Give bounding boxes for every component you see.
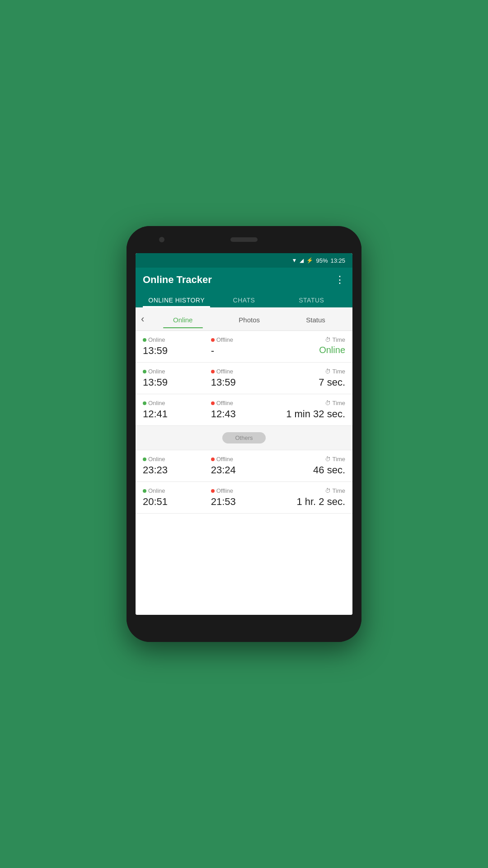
- time-header: ⏱ Time: [325, 400, 345, 406]
- offline-dot: [211, 401, 215, 405]
- offline-col: Offline 13:59: [211, 368, 277, 388]
- online-dot: [143, 458, 146, 461]
- offline-col: Offline 21:53: [211, 487, 277, 508]
- online-header: Online: [143, 400, 165, 406]
- time-col: ⏱ Time 1 min 32 sec.: [279, 400, 345, 420]
- online-col: Online 20:51: [143, 487, 209, 508]
- online-time-2: 13:59: [143, 377, 168, 388]
- sub-tabs: Online Photos Status: [150, 310, 349, 328]
- offline-time-1: -: [211, 345, 214, 357]
- camera: [159, 237, 164, 242]
- online-col: Online 13:59: [143, 336, 209, 357]
- offline-time-5: 21:53: [211, 496, 236, 508]
- tab-chats[interactable]: CHATS: [210, 292, 277, 307]
- table-row: Online 20:51 Offline 21:53 ⏱ Time: [136, 482, 352, 514]
- battery-text: 95%: [316, 257, 328, 264]
- time-col: ⏱ Time 1 hr. 2 sec.: [279, 487, 345, 508]
- main-tabs: Online history CHATS STATUS: [143, 292, 345, 307]
- duration-4: 46 sec.: [313, 464, 345, 476]
- clock-icon: ⏱: [325, 400, 331, 406]
- online-dot: [143, 338, 146, 342]
- offline-dot: [211, 458, 215, 461]
- offline-dot: [211, 370, 215, 373]
- phone-screen: ▼ ◢ ⚡ 95% 13:25 Online Tracker ⋮ Online …: [136, 253, 352, 615]
- online-header: Online: [143, 487, 165, 494]
- tab-online-history[interactable]: Online history: [143, 292, 210, 307]
- online-dot: [143, 401, 146, 405]
- time-header: ⏱ Time: [325, 487, 345, 494]
- table-row: Online 23:23 Offline 23:24 ⏱ Time: [136, 450, 352, 482]
- online-col: Online 12:41: [143, 400, 209, 420]
- online-header: Online: [143, 336, 165, 343]
- others-divider: Others: [136, 426, 352, 450]
- app-bar-top: Online Tracker ⋮: [143, 274, 345, 286]
- table-row: Online 13:59 Offline 13:59 ⏱ Time: [136, 363, 352, 394]
- time-col: ⏱ Time 46 sec.: [279, 456, 345, 476]
- others-badge: Others: [222, 432, 265, 443]
- sub-tab-status[interactable]: Status: [282, 310, 349, 328]
- table-row: Online 12:41 Offline 12:43 ⏱ Time: [136, 394, 352, 426]
- offline-dot: [211, 489, 215, 493]
- offline-time-3: 12:43: [211, 408, 236, 420]
- clock-icon: ⏱: [325, 336, 331, 343]
- status-icons: ▼ ◢ ⚡ 95% 13:25: [292, 257, 345, 264]
- offline-header: Offline: [211, 456, 233, 462]
- signal-icon: ◢: [300, 257, 304, 264]
- offline-dot: [211, 338, 215, 342]
- offline-time-2: 13:59: [211, 377, 236, 388]
- duration-3: 1 min 32 sec.: [286, 408, 345, 420]
- online-col: Online 13:59: [143, 368, 209, 388]
- bolt-icon: ⚡: [306, 257, 313, 264]
- offline-col: Offline 23:24: [211, 456, 277, 476]
- online-time-5: 20:51: [143, 496, 168, 508]
- offline-col: Offline -: [211, 336, 277, 357]
- time-header: ⏱ Time: [325, 456, 345, 462]
- online-col: Online 23:23: [143, 456, 209, 476]
- app-title: Online Tracker: [143, 274, 212, 286]
- online-header: Online: [143, 368, 165, 375]
- sub-tab-online[interactable]: Online: [150, 310, 216, 328]
- online-time-3: 12:41: [143, 408, 168, 420]
- offline-header: Offline: [211, 368, 233, 375]
- online-header: Online: [143, 456, 165, 462]
- wifi-icon: ▼: [292, 257, 297, 264]
- duration-2: 7 sec.: [319, 377, 345, 388]
- time-text: 13:25: [330, 257, 345, 264]
- app-bar: Online Tracker ⋮ Online history CHATS ST…: [136, 268, 352, 307]
- clock-icon: ⏱: [325, 368, 331, 375]
- time-header: ⏱ Time: [325, 336, 345, 343]
- phone-top-bar: [127, 226, 361, 253]
- duration-5: 1 hr. 2 sec.: [296, 496, 345, 508]
- more-icon[interactable]: ⋮: [335, 274, 345, 286]
- content-area: Online 13:59 Offline - ⏱ Time: [136, 331, 352, 615]
- sub-tab-photos[interactable]: Photos: [216, 310, 282, 328]
- online-time-1: 13:59: [143, 345, 168, 357]
- phone-bottom-bar: [127, 615, 361, 642]
- time-col: ⏱ Time 7 sec.: [279, 368, 345, 388]
- back-button[interactable]: ‹: [139, 311, 146, 327]
- offline-header: Offline: [211, 487, 233, 494]
- time-col: ⏱ Time Online: [279, 336, 345, 357]
- table-row: Online 13:59 Offline - ⏱ Time: [136, 331, 352, 363]
- online-dot: [143, 370, 146, 373]
- speaker: [230, 237, 258, 242]
- offline-time-4: 23:24: [211, 464, 236, 476]
- offline-col: Offline 12:43: [211, 400, 277, 420]
- time-header: ⏱ Time: [325, 368, 345, 375]
- clock-icon: ⏱: [325, 487, 331, 494]
- offline-header: Offline: [211, 336, 233, 343]
- duration-1: Online: [319, 345, 345, 355]
- sub-tabs-container: ‹ Online Photos Status: [136, 307, 352, 331]
- tab-status[interactable]: STATUS: [278, 292, 345, 307]
- clock-icon: ⏱: [325, 456, 331, 462]
- phone-frame: ▼ ◢ ⚡ 95% 13:25 Online Tracker ⋮ Online …: [127, 226, 361, 642]
- offline-header: Offline: [211, 400, 233, 406]
- online-dot: [143, 489, 146, 493]
- online-time-4: 23:23: [143, 464, 168, 476]
- status-bar: ▼ ◢ ⚡ 95% 13:25: [136, 253, 352, 268]
